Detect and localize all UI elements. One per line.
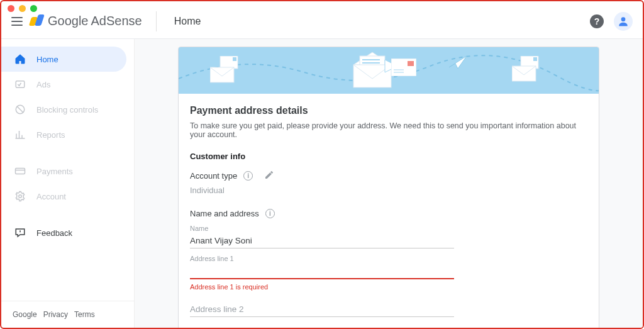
sidebar-footer: Google Privacy Terms — [1, 301, 134, 328]
account-type-label: Account type — [190, 171, 237, 181]
sidebar-item-reports[interactable]: Reports — [1, 122, 126, 147]
adsense-icon — [30, 14, 44, 28]
svg-rect-6 — [233, 57, 236, 61]
svg-rect-3 — [16, 169, 25, 174]
svg-rect-14 — [408, 61, 414, 66]
footer-terms-link[interactable]: Terms — [74, 310, 95, 319]
minimize-window-dot[interactable] — [19, 5, 26, 12]
account-type-row: Account type i — [190, 170, 587, 182]
card-banner — [179, 47, 599, 94]
address1-input[interactable] — [190, 264, 454, 279]
address1-error: Address line 1 is required — [190, 283, 454, 291]
help-icon[interactable]: ? — [590, 14, 604, 28]
reports-icon — [14, 128, 26, 141]
sidebar: Home Ads Blocking controls Reports Payme… — [1, 39, 135, 328]
sidebar-item-feedback[interactable]: Feedback — [1, 220, 126, 245]
content-area: Payment address details To make sure you… — [135, 39, 643, 328]
name-input[interactable] — [190, 233, 454, 248]
customer-info-heading: Customer info — [190, 152, 587, 161]
menu-toggle-button[interactable] — [9, 14, 24, 29]
sidebar-item-label: Blocking controls — [36, 105, 98, 114]
edit-account-type-button[interactable] — [264, 170, 274, 182]
payment-address-card: Payment address details To make sure you… — [178, 47, 599, 328]
address2-field — [190, 302, 454, 317]
svg-rect-18 — [533, 57, 537, 61]
sidebar-item-label: Ads — [36, 80, 50, 89]
sidebar-item-label: Account — [36, 192, 66, 201]
ads-icon — [14, 78, 26, 91]
maximize-window-dot[interactable] — [30, 5, 37, 12]
info-icon[interactable]: i — [265, 209, 275, 218]
sidebar-item-label: Reports — [36, 130, 65, 140]
header-divider — [156, 11, 157, 31]
sidebar-item-account[interactable]: Account — [1, 184, 126, 209]
feedback-icon — [14, 226, 26, 239]
info-icon[interactable]: i — [243, 171, 253, 181]
brand-logo[interactable]: Google AdSense — [30, 14, 142, 28]
name-address-heading: Name and address — [190, 209, 259, 218]
address2-input[interactable] — [190, 302, 454, 317]
brand-product-text: AdSense — [91, 14, 142, 28]
name-address-heading-row: Name and address i — [190, 209, 587, 218]
account-settings-icon — [14, 190, 26, 203]
home-icon — [14, 53, 26, 65]
address1-field: Address line 1 Address line 1 is require… — [190, 255, 454, 291]
card-title: Payment address details — [190, 105, 587, 116]
card-subtitle: To make sure you get paid, please provid… — [190, 121, 587, 139]
footer-google-link[interactable]: Google — [13, 310, 37, 319]
close-window-dot[interactable] — [8, 5, 14, 12]
sidebar-item-home[interactable]: Home — [1, 47, 126, 72]
account-type-value: Individual — [190, 186, 587, 195]
svg-point-0 — [621, 17, 626, 21]
name-field: Name — [190, 225, 454, 248]
name-label: Name — [190, 225, 454, 232]
sidebar-item-label: Payments — [36, 167, 73, 176]
brand-google-text: Google — [48, 14, 89, 28]
block-icon — [14, 103, 26, 116]
sidebar-item-blocking-controls[interactable]: Blocking controls — [1, 97, 126, 122]
address1-label: Address line 1 — [190, 255, 454, 262]
page-title: Home — [174, 16, 590, 27]
svg-point-4 — [19, 195, 22, 198]
sidebar-item-label: Feedback — [36, 228, 72, 238]
sidebar-item-label: Home — [36, 55, 58, 64]
payments-icon — [14, 165, 26, 177]
app-header: Google AdSense Home ? — [1, 4, 643, 39]
sidebar-item-ads[interactable]: Ads — [1, 72, 126, 97]
window-traffic-lights — [8, 5, 37, 12]
sidebar-item-payments[interactable]: Payments — [1, 159, 126, 184]
footer-privacy-link[interactable]: Privacy — [43, 310, 68, 319]
account-avatar[interactable] — [614, 12, 633, 31]
